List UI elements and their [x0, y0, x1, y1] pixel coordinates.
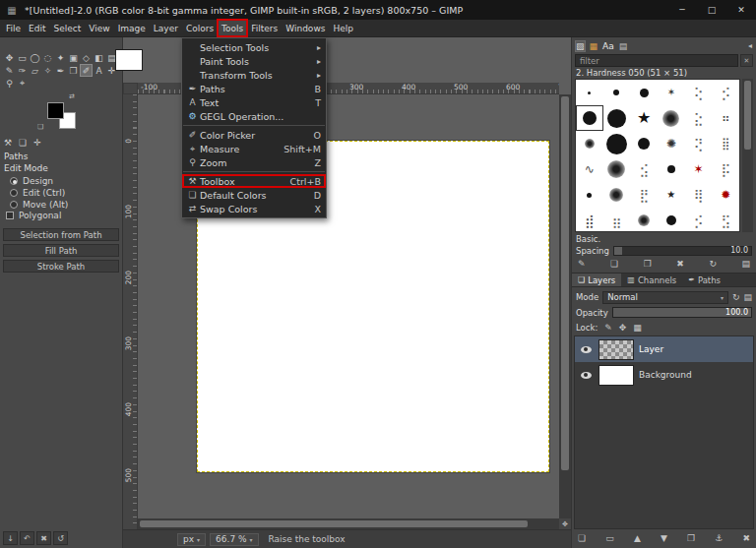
layer-mode-select[interactable]: Normal ▾: [602, 291, 728, 304]
brush-scrollbar[interactable]: [742, 79, 753, 232]
vertical-scrollbar[interactable]: [559, 94, 571, 529]
bucket-fill-tool-icon[interactable]: ◧: [93, 51, 105, 64]
radio-icon[interactable]: [10, 201, 18, 209]
radio-selected-icon[interactable]: [10, 177, 18, 185]
menu-item-paint-tools[interactable]: Paint Tools▸: [182, 54, 326, 68]
brush-item[interactable]: ✹: [712, 182, 739, 208]
default-colors-icon[interactable]: ❏: [37, 124, 43, 131]
opacity-slider[interactable]: 100.0: [612, 307, 752, 318]
brush-tag[interactable]: Basic.: [576, 234, 740, 244]
brush-item[interactable]: [658, 208, 685, 232]
polygonal-option[interactable]: Polygonal: [0, 211, 122, 220]
menu-item-default-colors[interactable]: ❏Default ColorsD: [182, 188, 326, 202]
menubar-item-windows[interactable]: Windows: [282, 20, 329, 36]
brush-item[interactable]: ⣪: [630, 156, 658, 182]
menu-item-measure[interactable]: ⌖MeasureShift+M: [182, 142, 326, 155]
menubar-item-file[interactable]: File: [2, 20, 25, 36]
tab-paths[interactable]: ✒Paths: [682, 274, 726, 286]
close-button[interactable]: ✕: [726, 0, 756, 20]
menu-item-text[interactable]: ATextT: [182, 95, 326, 109]
brush-item[interactable]: ⠶: [712, 105, 739, 131]
active-image-thumbnail[interactable]: [115, 49, 143, 71]
visibility-eye-icon[interactable]: [578, 372, 594, 379]
transform-tool-icon[interactable]: ◇: [80, 51, 93, 64]
restore-tool-preset-icon[interactable]: ↶: [20, 531, 34, 545]
paintbrush-tool-icon[interactable]: ✑: [16, 64, 29, 77]
fill-path-button[interactable]: Fill Path: [3, 244, 119, 257]
spacing-slider[interactable]: 10.0: [613, 246, 752, 256]
brush-item[interactable]: [603, 156, 631, 182]
menu-item-gegl-operation[interactable]: ⚙GEGL Operation...: [182, 109, 326, 123]
eraser-tool-icon[interactable]: ▱: [29, 64, 41, 77]
menu-item-color-picker[interactable]: ✐Color PickerO: [182, 128, 326, 142]
new-layer-group-icon[interactable]: ▭: [605, 534, 614, 543]
refresh-brushes-icon[interactable]: ↻: [709, 260, 717, 269]
patterns-tab[interactable]: ▦: [590, 41, 598, 51]
brush-item[interactable]: [576, 80, 603, 105]
clear-filter-icon[interactable]: ✕: [740, 54, 753, 67]
brush-item[interactable]: [658, 105, 685, 131]
selection-from-path-button[interactable]: Selection from Path: [3, 228, 119, 241]
edit-mode-option-edit-ctrl[interactable]: Edit (Ctrl): [0, 187, 122, 199]
brush-item[interactable]: [576, 182, 603, 208]
horizontal-scrollbar-thumb[interactable]: [140, 520, 528, 527]
menu-item-swap-colors[interactable]: ⇄Swap ColorsX: [182, 202, 326, 215]
menubar-item-tools[interactable]: Tools: [218, 20, 247, 36]
reset-tool-options-icon[interactable]: ↺: [53, 531, 68, 545]
brush-item[interactable]: ⣟: [630, 182, 658, 208]
brushes-tab[interactable]: ▨: [576, 41, 585, 51]
delete-brush-icon[interactable]: ✖: [676, 260, 684, 269]
anchor-layer-icon[interactable]: ⚓: [715, 534, 723, 543]
delete-layer-icon[interactable]: ✖: [742, 534, 750, 543]
menubar-item-help[interactable]: Help: [329, 20, 357, 36]
brush-item[interactable]: ⡪: [685, 208, 713, 232]
layer-row-background[interactable]: Background: [575, 362, 753, 388]
rectangle-select-tool-icon[interactable]: ▭: [16, 51, 29, 64]
pencil-tool-icon[interactable]: ✎: [3, 64, 16, 77]
brush-scrollbar-thumb[interactable]: [744, 81, 751, 150]
horizontal-scrollbar[interactable]: [138, 518, 559, 529]
free-select-tool-icon[interactable]: ◌: [41, 51, 54, 64]
menu-item-toolbox[interactable]: ⚒ToolboxCtrl+B: [182, 174, 326, 188]
brush-item[interactable]: ⣕: [685, 105, 713, 131]
menubar-item-colors[interactable]: Colors: [182, 20, 218, 36]
brush-item[interactable]: ⣿: [712, 131, 739, 156]
paths-tool-icon[interactable]: ✐: [80, 64, 93, 77]
unit-select[interactable]: px ▾: [177, 533, 206, 546]
brush-item[interactable]: ∿: [576, 156, 603, 182]
text-tool-icon[interactable]: A: [93, 64, 105, 77]
document-history-tab[interactable]: ▤: [619, 41, 628, 51]
tool-options-tab[interactable]: ⚒: [4, 138, 12, 148]
clone-tool-icon[interactable]: ❐: [67, 64, 80, 77]
brush-filter-input[interactable]: filter: [575, 54, 738, 67]
duplicate-layer-icon[interactable]: ❐: [687, 534, 695, 543]
menubar-item-select[interactable]: Select: [50, 20, 86, 36]
ellipse-select-tool-icon[interactable]: ◯: [29, 51, 41, 64]
zoom-tool-icon[interactable]: ⚲: [3, 77, 16, 90]
brush-item[interactable]: [576, 105, 603, 131]
device-status-tab[interactable]: ✛: [33, 138, 41, 148]
tab-layers[interactable]: ❏Layers: [572, 274, 621, 286]
open-brush-as-image-icon[interactable]: ▤: [741, 260, 750, 269]
brush-item[interactable]: [603, 182, 631, 208]
edit-mode-option-design[interactable]: Design: [0, 175, 122, 187]
crop-tool-icon[interactable]: ▣: [67, 51, 80, 64]
brush-item[interactable]: ⡪: [712, 80, 739, 105]
raise-layer-icon[interactable]: ▲: [634, 534, 641, 543]
layers-menu-icon[interactable]: ▤: [743, 293, 752, 302]
brush-item[interactable]: [603, 105, 631, 131]
edit-mode-option-move-alt[interactable]: Move (Alt): [0, 199, 122, 211]
menu-item-zoom[interactable]: ⚲ZoomZ: [182, 155, 326, 169]
menu-item-selection-tools[interactable]: Selection Tools▸: [182, 40, 326, 54]
edit-brush-icon[interactable]: ✎: [578, 260, 586, 269]
duplicate-brush-icon[interactable]: ❐: [644, 260, 652, 269]
brush-item[interactable]: ⢝: [685, 131, 713, 156]
save-tool-preset-icon[interactable]: ↓: [3, 531, 18, 545]
new-layer-icon[interactable]: ❏: [578, 534, 586, 543]
brush-item[interactable]: [603, 131, 631, 156]
ink-tool-icon[interactable]: ✒: [54, 64, 67, 77]
brush-item[interactable]: ⣾: [576, 208, 603, 232]
tool-presets-tab[interactable]: ❏: [19, 138, 27, 148]
menu-item-transform-tools[interactable]: Transform Tools▸: [182, 68, 326, 82]
brush-item[interactable]: ★: [658, 182, 685, 208]
